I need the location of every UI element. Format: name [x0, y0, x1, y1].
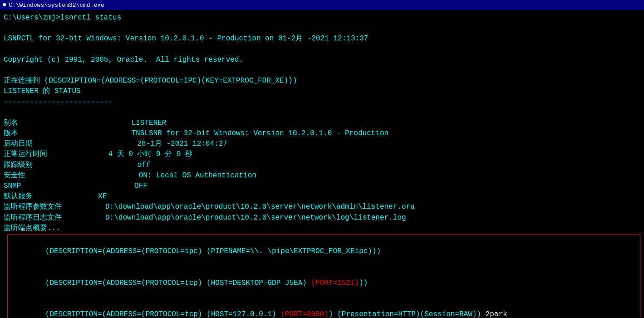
hl3-mid: ) (Presentation=HTTP)(Session=RAW)) [329, 310, 481, 318]
uptime-line: 正常运行时间 4 天 0 小时 9 分 9 秒 [4, 149, 640, 160]
hl-line-1: (DESCRIPTION=(ADDRESS=(PROTOCOL=ipc) (PI… [8, 236, 640, 268]
security-line: 安全性 ON: Local OS Authentication [4, 171, 640, 181]
version-info-line: 版本 TNSLSNR for 32-bit Windows: Version 1… [4, 128, 640, 139]
terminal-content: C:\Users\zmj>lsnrctl status LSNRCTL for … [0, 10, 644, 318]
blank-line-4 [4, 108, 640, 118]
hl-line-2: (DESCRIPTION=(ADDRESS=(PROTOCOL=tcp) (HO… [8, 268, 640, 299]
hl3-suffix: 2park [481, 310, 507, 318]
hl-line-3: (DESCRIPTION=(ADDRESS=(PROTOCOL=tcp) (HO… [8, 299, 640, 318]
params-file-line: 监听程序参数文件 D:\download\app\oracle\product\… [4, 202, 640, 212]
trace-line: 跟踪级别 off [4, 160, 640, 171]
prompt-line: C:\Users\zmj>lsnrctl status [4, 13, 640, 23]
endpoint-summary-line: 监听端点概要... [4, 223, 640, 234]
hl2-pre: (DESCRIPTION=(ADDRESS=(PROTOCOL=tcp) (HO… [37, 279, 311, 287]
cmd-icon: ■ [3, 2, 6, 8]
hl2-post: )) [359, 279, 368, 287]
blank-line-3 [4, 65, 640, 76]
hl3-pre: (DESCRIPTION=(ADDRESS=(PROTOCOL=tcp) (HO… [37, 310, 281, 318]
log-file-line: 监听程序日志文件 D:\download\app\oracle\product\… [4, 213, 640, 223]
title-bar: ■ C:\Windows\system32\cmd.exe [0, 0, 644, 10]
alias-line: 别名 LISTENER [4, 118, 640, 128]
hl1-text: (DESCRIPTION=(ADDRESS=(PROTOCOL=ipc) (PI… [37, 247, 381, 255]
highlighted-block: (DESCRIPTION=(ADDRESS=(PROTOCOL=ipc) (PI… [7, 235, 640, 318]
title-text: C:\Windows\system32\cmd.exe [9, 2, 104, 9]
hl2-port: (PORT=1521) [311, 279, 359, 287]
listener-status-line: LISTENER 的 STATUS [4, 86, 640, 97]
default-service-line: 默认服务 XE [4, 191, 640, 202]
version-line: LSNRCTL for 32-bit Windows: Version 10.2… [4, 34, 640, 44]
startdate-line: 启动日期 28-1月 -2021 12:04:27 [4, 139, 640, 149]
copyright-line: Copyright (c) 1991, 2005, Oracle. All ri… [4, 55, 640, 65]
blank-line-2 [4, 44, 640, 55]
hl3-port: (PORT=8080) [280, 310, 329, 318]
blank-line-1 [4, 23, 640, 34]
separator-line: ------------------------- [4, 97, 640, 108]
snmp-line: SNMP OFF [4, 181, 640, 191]
connecting-line: 正在连接到 (DESCRIPTION=(ADDRESS=(PROTOCOL=IP… [4, 76, 640, 86]
